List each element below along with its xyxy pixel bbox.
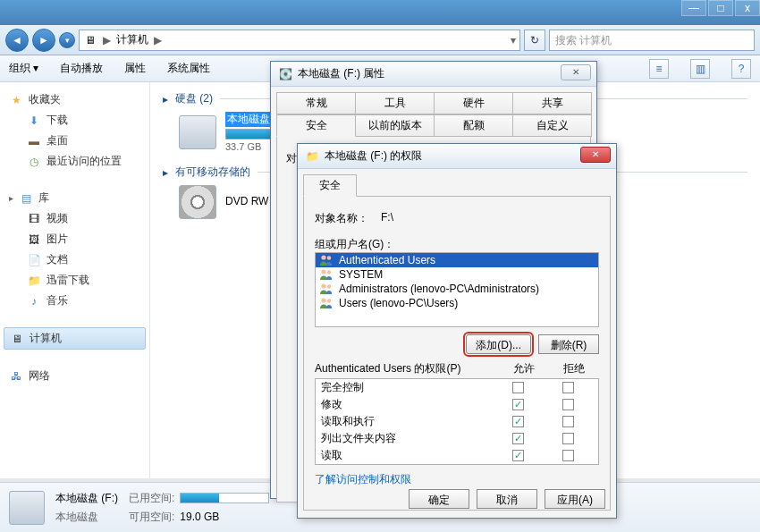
user-list-item[interactable]: Authenticated Users [316,253,598,267]
tab-security-perm[interactable]: 安全 [303,174,357,197]
permissions-close-button[interactable]: ✕ [580,147,611,163]
permission-name: 读取和执行 [321,414,493,429]
dvd-icon [179,185,216,219]
tab-hardware[interactable]: 硬件 [434,92,513,114]
perm-for-label: Authenticated Users 的权限(P) [315,361,499,376]
svg-point-2 [321,269,325,274]
deny-checkbox[interactable] [562,450,574,461]
minimize-button[interactable]: — [681,0,706,16]
sidebar-item-videos[interactable]: 🎞视频 [4,208,146,229]
folder-icon: 📁 [27,274,41,288]
perm-object-value: F:\ [381,211,393,226]
network-icon: 🖧 [9,369,23,384]
maximize-button[interactable]: □ [708,0,733,16]
permission-name: 列出文件夹内容 [321,431,493,446]
sidebar: ★收藏夹 ⬇下载 ▬桌面 ◷最近访问的位置 ▸▤库 🎞视频 🖼图片 📄文档 📁迅… [0,82,150,478]
svg-point-3 [327,270,331,274]
properties-dialog-title: 本地磁盘 (F:) 属性 [298,66,384,81]
user-list-item[interactable]: Users (lenovo-PC\Users) [316,296,598,310]
forward-button[interactable]: ► [32,29,55,52]
address-bar[interactable]: 🖥 ▶ 计算机 ▶ ▾ [79,30,520,51]
add-button[interactable]: 添加(D)... [466,334,531,354]
remove-button[interactable]: 删除(R) [538,334,599,354]
recent-icon: ◷ [27,155,41,169]
tab-tools[interactable]: 工具 [355,92,435,114]
users-icon [319,283,334,295]
permission-name: 完全控制 [321,380,493,395]
allow-column-header: 允许 [499,361,549,376]
sidebar-item-downloads[interactable]: ⬇下载 [4,110,146,131]
tab-general[interactable]: 常规 [276,92,356,114]
svg-point-7 [327,299,331,302]
deny-checkbox[interactable] [562,399,574,410]
user-list-item[interactable]: Administrators (lenovo-PC\Administrators… [316,282,598,296]
sidebar-item-documents[interactable]: 📄文档 [4,249,146,270]
sidebar-item-music[interactable]: ♪音乐 [4,291,146,311]
permissions-dialog: 📁 本地磁盘 (F:) 的权限 ✕ 安全 对象名称：F:\ 组或用户名(G)： … [297,143,617,519]
view-icon[interactable]: ≡ [649,59,669,79]
computer-icon: 🖥 [10,332,24,346]
allow-checkbox[interactable]: ✓ [512,450,524,461]
allow-checkbox[interactable]: ✓ [512,416,524,427]
favorites-header[interactable]: ★收藏夹 [4,89,146,110]
sidebar-item-network[interactable]: 🖧网络 [4,366,146,386]
user-list[interactable]: Authenticated UsersSYSTEMAdministrators … [315,252,599,327]
libraries-header[interactable]: ▸▤库 [4,188,146,208]
deny-checkbox[interactable] [562,416,574,427]
preview-icon[interactable]: ▥ [690,59,710,79]
video-icon: 🎞 [27,212,41,226]
download-icon: ⬇ [27,114,41,128]
allow-checkbox[interactable]: ✓ [512,433,524,444]
ok-button[interactable]: 确定 [409,489,469,509]
tab-quota[interactable]: 配额 [434,114,513,137]
search-input[interactable]: 搜索 计算机 [549,30,755,51]
group-user-label: 组或用户名(G)： [315,237,599,252]
sidebar-item-desktop[interactable]: ▬桌面 [4,131,146,151]
learn-link[interactable]: 了解访问控制和权限 [315,472,411,487]
permission-row: 读取✓ [316,447,598,464]
system-properties-button[interactable]: 系统属性 [167,61,210,76]
tab-custom[interactable]: 自定义 [512,114,592,137]
users-icon [319,268,334,281]
autoplay-button[interactable]: 自动播放 [60,61,103,76]
sidebar-item-computer[interactable]: 🖥计算机 [4,327,146,350]
history-dropdown[interactable]: ▾ [59,32,75,48]
user-list-item[interactable]: SYSTEM [316,267,598,282]
help-icon[interactable]: ? [731,59,751,79]
users-icon [319,297,334,309]
computer-icon: 🖥 [83,33,97,47]
apply-button[interactable]: 应用(A) [545,489,605,509]
permissions-dialog-titlebar[interactable]: 📁 本地磁盘 (F:) 的权限 ✕ [298,144,616,169]
sidebar-item-pictures[interactable]: 🖼图片 [4,229,146,249]
deny-checkbox[interactable] [562,433,574,444]
refresh-button[interactable]: ↻ [524,30,545,51]
breadcrumb-sep-2[interactable]: ▶ [154,34,162,46]
drive-icon [179,115,216,149]
svg-point-5 [327,284,331,288]
tab-security[interactable]: 安全 [276,114,356,137]
perm-object-label: 对象名称： [315,211,368,226]
close-button[interactable]: x [735,0,760,16]
allow-checkbox[interactable] [512,382,524,393]
sidebar-item-xunlei[interactable]: 📁迅雷下载 [4,270,146,291]
cancel-button[interactable]: 取消 [477,489,537,509]
tab-sharing[interactable]: 共享 [512,92,592,114]
folder-icon: 📁 [305,149,319,164]
breadcrumb-sep: ▶ [103,34,111,46]
tab-previous[interactable]: 以前的版本 [355,114,435,137]
allow-checkbox[interactable]: ✓ [512,399,524,410]
address-dropdown[interactable]: ▾ [511,34,516,46]
properties-dialog-titlebar[interactable]: 💽 本地磁盘 (F:) 属性 ✕ [271,62,596,87]
back-button[interactable]: ◄ [5,29,29,52]
sidebar-item-recent[interactable]: ◷最近访问的位置 [4,151,146,172]
deny-checkbox[interactable] [562,382,574,393]
breadcrumb-computer[interactable]: 计算机 [116,32,148,47]
status-title: 本地磁盘 (F:) [55,491,118,506]
document-icon: 📄 [27,253,41,267]
navbar: ◄ ► ▾ 🖥 ▶ 计算机 ▶ ▾ ↻ 搜索 计算机 [0,25,760,55]
dvd-label: DVD RW [225,195,268,207]
properties-close-button[interactable]: ✕ [561,64,591,80]
properties-button[interactable]: 属性 [124,61,146,76]
organize-menu[interactable]: 组织 ▾ [9,61,38,76]
library-icon: ▤ [19,191,33,206]
